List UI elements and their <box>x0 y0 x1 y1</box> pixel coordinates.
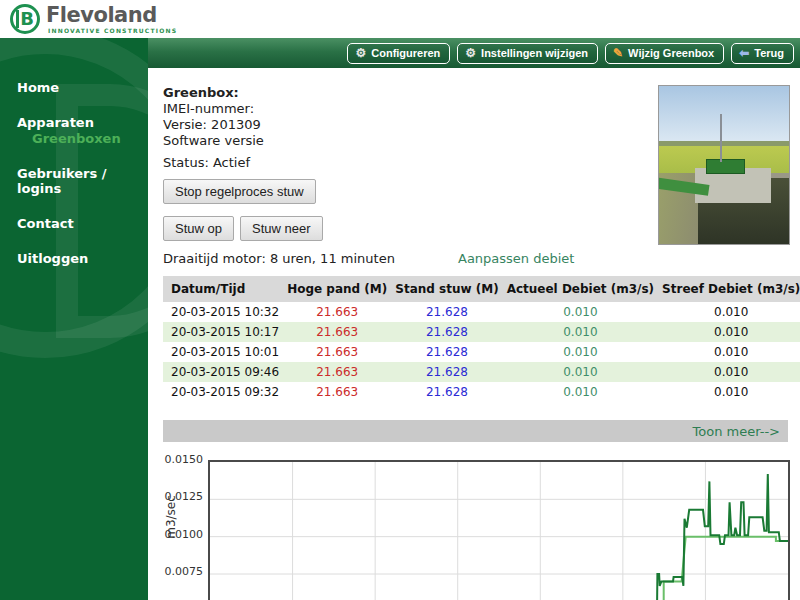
logo-monogram-letter: B <box>16 10 34 28</box>
table-row: 20-03-2015 10:1721.66321.6280.0100.0102.… <box>163 322 800 342</box>
table-row: 20-03-2015 09:4621.66321.6280.0100.0102.… <box>163 362 800 382</box>
weir-photo <box>658 85 790 245</box>
sidebar-item-contact[interactable]: Contact <box>17 216 148 231</box>
table-row: 20-03-2015 10:3221.66321.6280.0100.0102.… <box>163 302 800 322</box>
table-row: 20-03-2015 10:0121.66321.6280.0100.0102.… <box>163 342 800 362</box>
stuw-op-button[interactable]: Stuw op <box>163 216 234 241</box>
toolbar: ⚙Configureren⚙Instellingen wijzigen✎Wijz… <box>148 38 800 68</box>
device-info-line: Versie: 201309 <box>163 117 264 133</box>
toolbar-button-label: Wijzig Greenbox <box>628 47 714 59</box>
table-cell: 21.628 <box>391 302 502 322</box>
table-cell: 0.010 <box>658 302 800 322</box>
toolbar-button-label: Configureren <box>371 47 440 59</box>
photo-pole <box>720 114 722 161</box>
chart-y-tick-label: 0.0100 <box>163 528 203 541</box>
table-cell: 21.663 <box>283 342 391 362</box>
debiet-chart: m3/sec 0.01500.01250.01000.0075 <box>163 448 793 600</box>
table-cell: 20-03-2015 10:32 <box>163 302 283 322</box>
device-info-line: Greenbox: <box>163 85 264 101</box>
device-status: Status: Actief <box>163 155 250 170</box>
table-header-cell: Stand stuw (M) <box>391 276 502 302</box>
table-cell: 20-03-2015 09:46 <box>163 362 283 382</box>
table-cell: 20-03-2015 10:17 <box>163 322 283 342</box>
toolbar-button-label: Terug <box>754 47 784 59</box>
chart-svg <box>210 462 788 600</box>
table-row: 20-03-2015 09:3221.66321.6280.0100.0102.… <box>163 382 800 402</box>
table-header-cell: Actueel Debiet (m3/s) <box>503 276 658 302</box>
configureren-button[interactable]: ⚙Configureren <box>347 43 450 64</box>
sidebar-item-uitloggen[interactable]: Uitloggen <box>17 251 148 266</box>
device-info-line: IMEI-nummer: <box>163 101 264 117</box>
table-cell: 21.628 <box>391 362 502 382</box>
chart-y-tick-label: 0.0125 <box>163 490 203 503</box>
gear-icon: ⚙ <box>355 47 366 59</box>
table-cell: 0.010 <box>658 362 800 382</box>
table-cell: 21.663 <box>283 362 391 382</box>
stuw-neer-button[interactable]: Stuw neer <box>240 216 323 241</box>
table-cell: 0.010 <box>503 382 658 402</box>
main-content: Greenbox:IMEI-nummer:Versie: 201309Softw… <box>148 68 800 600</box>
chart-y-ticks: 0.01500.01250.01000.0075 <box>163 448 205 600</box>
sidebar-subitem-greenboxen[interactable]: Greenboxen <box>32 131 148 146</box>
aanpassen-debiet-link[interactable]: Aanpassen debiet <box>458 251 574 266</box>
top-header: B Flevoland INNOVATIVE CONSTRUCTIONS <box>0 0 800 38</box>
logo-monogram-icon: B <box>10 4 40 34</box>
table-header-cell: Streef Debiet (m3/s) <box>658 276 800 302</box>
measurements-table: Datum/TijdHoge pand (M)Stand stuw (M)Act… <box>163 276 800 402</box>
sidebar-item-apparaten[interactable]: Apparaten <box>17 115 148 130</box>
company-logo: B Flevoland INNOVATIVE CONSTRUCTIONS <box>10 3 177 34</box>
pencil-icon: ✎ <box>613 47 623 59</box>
wijzig-greenbox-button[interactable]: ✎Wijzig Greenbox <box>605 43 724 64</box>
table-cell: 21.628 <box>391 382 502 402</box>
table-header-cell: Datum/Tijd <box>163 276 283 302</box>
sidebar-item-gebruikers-logins[interactable]: Gebruikers / logins <box>17 166 148 196</box>
chart-plot-area <box>208 460 790 600</box>
device-info-line: Software versie <box>163 133 264 149</box>
photo-sky <box>659 86 789 144</box>
table-cell: 21.663 <box>283 382 391 402</box>
table-cell: 0.010 <box>658 342 800 362</box>
table-cell: 0.010 <box>658 322 800 342</box>
instellingen-wijzigen-button[interactable]: ⚙Instellingen wijzigen <box>457 43 598 64</box>
table-cell: 0.010 <box>658 382 800 402</box>
motor-runtime-text: Draaitijd motor: 8 uren, 11 minuten <box>163 251 395 266</box>
table-cell: 0.010 <box>503 302 658 322</box>
table-cell: 21.628 <box>391 342 502 362</box>
table-cell: 21.628 <box>391 322 502 342</box>
toolbar-button-label: Instellingen wijzigen <box>481 47 588 59</box>
chart-series-streef-debiet <box>210 537 788 600</box>
photo-greenbox-unit <box>706 159 745 175</box>
table-cell: 0.010 <box>503 322 658 342</box>
table-cell: 21.663 <box>283 322 391 342</box>
chart-y-tick-label: 0.0075 <box>163 565 203 578</box>
gear-icon: ⚙ <box>465 47 476 59</box>
stop-regelproces-button[interactable]: Stop regelproces stuw <box>163 179 316 204</box>
terug-button[interactable]: ⬅Terug <box>731 43 794 64</box>
sidebar-item-home[interactable]: Home <box>17 80 148 95</box>
table-header-cell: Hoge pand (M) <box>283 276 391 302</box>
back-arrow-icon: ⬅ <box>739 47 749 59</box>
company-tagline: INNOVATIVE CONSTRUCTIONS <box>48 27 177 34</box>
table-cell: 20-03-2015 10:01 <box>163 342 283 362</box>
device-info-block: Greenbox:IMEI-nummer:Versie: 201309Softw… <box>163 85 264 149</box>
toon-meer-link[interactable]: Toon meer--> <box>693 424 780 439</box>
chart-y-tick-label: 0.0150 <box>163 453 203 466</box>
table-cell: 0.010 <box>503 362 658 382</box>
table-cell: 21.663 <box>283 302 391 322</box>
company-name: Flevoland <box>46 3 177 27</box>
table-cell: 20-03-2015 09:32 <box>163 382 283 402</box>
table-cell: 0.010 <box>503 342 658 362</box>
table-footer-bar: Toon meer--> <box>163 420 788 442</box>
sidebar: HomeApparatenGreenboxenGebruikers / logi… <box>0 38 148 600</box>
